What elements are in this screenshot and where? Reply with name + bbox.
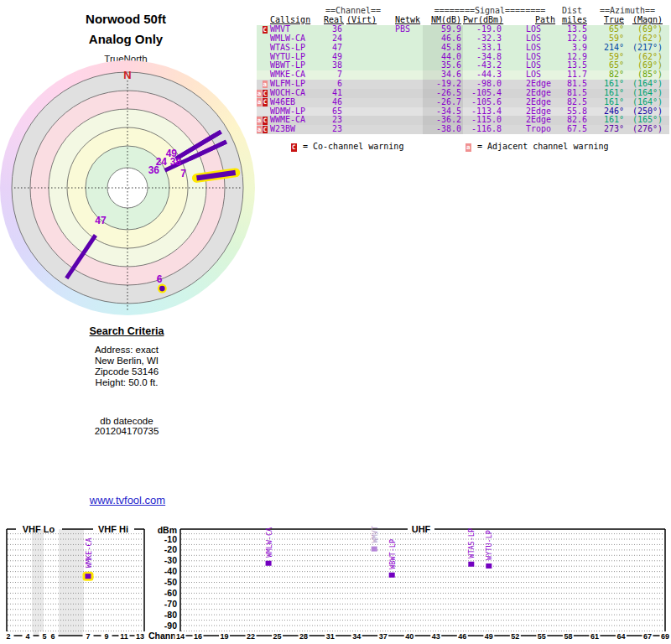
- station-table: ==Channel== ========Signal======== Dist …: [257, 7, 669, 134]
- col-netwk: Netwk: [395, 15, 420, 24]
- warning-badges: aC: [257, 90, 268, 98]
- tvfool-report-page: Norwood 50ft Analog Only TrueNorth N4924…: [0, 0, 671, 644]
- signal-bar-WMLW-CA: [266, 561, 272, 566]
- table-rows: CWMVT36PBS59.9-19.0LOS13.565°(69°)WMLW-C…: [257, 25, 669, 134]
- warning-badges: aC: [257, 126, 268, 134]
- channel-tick-label: 55: [538, 632, 546, 641]
- channel-tick-label: 14: [176, 632, 185, 641]
- dbm-tick-label: -40: [164, 566, 177, 576]
- table-row: aCW23BW23-38.0-116.8Tropo67.5273°(276°): [257, 125, 669, 134]
- channel-tick-label: 28: [299, 632, 308, 641]
- col-miles: miles: [562, 15, 587, 24]
- channel-tick-label: 4: [25, 632, 29, 641]
- signal-bar-label: WMVT: [371, 526, 379, 543]
- channel-tick-label: 19: [221, 632, 229, 641]
- channel-tick-label: 49: [485, 632, 493, 641]
- cell-magn: (217°): [624, 44, 666, 53]
- channel-tick-label: 61: [590, 632, 599, 641]
- table-row: WTAS-LP4745.8-33.1LOS3.9214°(217°): [257, 44, 669, 53]
- cell-pwr: -105.6: [463, 98, 502, 107]
- search-height: Height: 50.0 ft.: [51, 377, 202, 388]
- signal-bar-label: WYTU-LP: [485, 530, 493, 560]
- db-datecode-value: 201204170735: [51, 426, 202, 436]
- channel-tick-label: 43: [432, 632, 440, 641]
- channel-tick-label: 67: [643, 632, 652, 641]
- cell-nm: -38.0: [423, 125, 463, 134]
- cell-path: Tropo: [502, 125, 557, 134]
- co-channel-badge: C: [263, 98, 268, 106]
- polar-radar-chart: N492438367476: [0, 54, 262, 320]
- adjacent-channel-badge: a: [257, 126, 262, 134]
- cell-miles: 3.9: [557, 44, 589, 53]
- col-path: Path: [535, 15, 555, 24]
- adjacent-channel-badge: a: [257, 98, 262, 106]
- col-callsign: Callsign: [270, 15, 310, 24]
- col-true: True: [604, 15, 624, 24]
- cell-real: 23: [324, 125, 344, 134]
- db-datecode-label: db datecode: [51, 416, 202, 426]
- cell-nm: 45.8: [423, 44, 463, 53]
- channel-tick-label: 64: [616, 632, 625, 641]
- cell-pwr: -116.8: [463, 125, 502, 134]
- dbm-tick-label: -10: [164, 534, 177, 544]
- radar-channel-label: 36: [148, 164, 160, 176]
- cell-miles: 67.5: [557, 125, 589, 134]
- channel-tick-label: 52: [511, 632, 519, 641]
- dbm-tick-label: -80: [164, 610, 177, 620]
- channel-tick-label: 58: [564, 632, 572, 641]
- cell-true: 161°: [589, 98, 624, 107]
- radar-dot-ch6: [159, 286, 165, 292]
- search-address: Address: exact: [51, 345, 202, 356]
- search-city: New Berlin, WI: [51, 356, 202, 366]
- page-title: Norwood 50ft: [0, 12, 252, 26]
- co-channel-badge: C: [263, 117, 268, 125]
- radar-channel-label: 6: [157, 273, 163, 285]
- channel-tick-label: 34: [352, 632, 361, 641]
- cell-path: LOS: [502, 44, 557, 53]
- channel-tick-label: 16: [194, 632, 202, 641]
- channel-spectrum-chart: VHF LoVHF HiUHFdBm-10-20-30-40-50-60-70-…: [0, 517, 671, 644]
- dbm-tick-label: -70: [164, 599, 177, 609]
- cell-real: 46: [324, 98, 344, 107]
- signal-bar-WMKE-CA: [86, 574, 91, 579]
- radar-channel-label: 47: [95, 215, 107, 226]
- cell-magn: (164°): [624, 98, 666, 107]
- co-channel-badge: C: [263, 90, 268, 98]
- co-channel-badge: C: [263, 126, 268, 134]
- warning-badges: a: [257, 80, 268, 89]
- adjacent-channel-badge: a: [263, 80, 268, 89]
- dbm-tick-label: -90: [164, 621, 177, 631]
- search-criteria-block: Search Criteria Address: exact New Berli…: [51, 325, 202, 436]
- table-row: WYTU-LP4944.0-34.8LOS12.959°(62°): [257, 53, 669, 62]
- table-row: CWMVT36PBS59.9-19.0LOS13.565°(69°): [257, 25, 669, 34]
- signal-bar-label: WMKE-CA: [85, 538, 93, 568]
- radar-bar-ch47: [66, 236, 96, 278]
- search-zipcode: Zipcode 53146: [51, 366, 202, 377]
- band-label-vhf-lo: VHF Lo: [23, 524, 55, 534]
- cell-call: W46EB: [268, 98, 324, 107]
- adjacent-channel-badge: a: [466, 141, 471, 151]
- channel-tick-label: 46: [458, 632, 466, 641]
- cell-magn: (276°): [624, 125, 666, 134]
- cell-pwr: -33.1: [463, 44, 502, 53]
- col-pwr: Pwr(dBm): [463, 15, 503, 24]
- north-letter: N: [123, 69, 131, 81]
- site-link-wrap: www.tvfool.com: [0, 494, 255, 506]
- co-channel-legend-text: = Co-channel warning: [303, 142, 403, 151]
- adjacent-channel-badge: a: [257, 90, 262, 98]
- cell-miles: 82.5: [557, 98, 589, 107]
- col-magn: (Magn): [632, 15, 663, 24]
- cell-true: 214°: [589, 44, 624, 53]
- tvfool-link[interactable]: www.tvfool.com: [90, 494, 165, 506]
- dbm-tick-label: -50: [164, 577, 177, 587]
- signal-bar-WYTU-LP: [486, 564, 492, 569]
- cell-real: 47: [324, 44, 344, 53]
- cell-path: 2Edge: [502, 98, 557, 107]
- channel-tick-label: 13: [136, 632, 144, 641]
- radar-channel-label: 7: [180, 168, 186, 179]
- radar-channel-label: 38: [170, 156, 182, 168]
- signal-bar-WTAS-LP: [468, 562, 474, 567]
- dbm-tick-label: -30: [164, 555, 177, 565]
- adjacent-channel-legend-text: = Adjacent channel warning: [477, 142, 609, 151]
- band-label-vhf-hi: VHF Hi: [98, 524, 128, 534]
